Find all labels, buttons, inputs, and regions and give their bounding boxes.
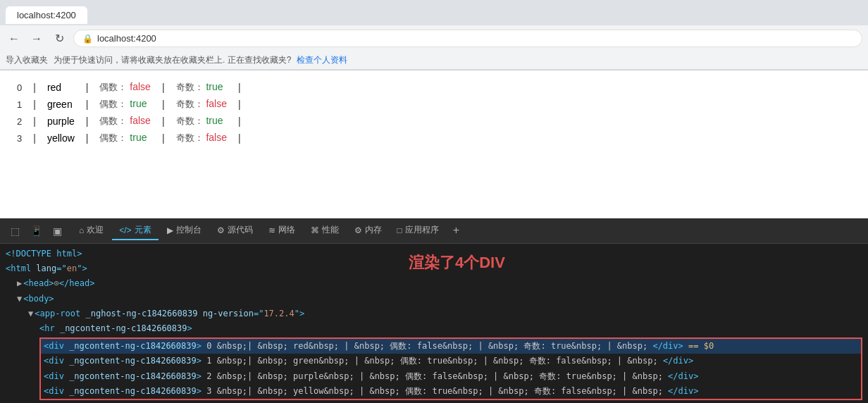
html-div-row-3[interactable]: <div _ngcontent-ng-c1842660839> 3 &nbsp;… — [41, 384, 861, 399]
bookmark-hint-text: 为便于快速访问，请将收藏夹放在收藏夹栏上. 正在查找收藏夹? — [54, 54, 291, 66]
html-line: ▼<body> — [17, 292, 862, 306]
even-label: 偶数： false — [94, 113, 156, 130]
row-index: 3 — [11, 130, 27, 147]
table-row: 1 | green | 偶数： true | 奇数： false | — [11, 96, 247, 113]
html-line: ▼<app-root _nghost-ng-c1842660839 ng-ver… — [28, 306, 862, 321]
table-row: 3 | yellow | 偶数： true | 奇数： false | — [11, 130, 247, 147]
color-name: yellow — [42, 130, 80, 147]
url-text: localhost:4200 — [97, 33, 156, 44]
html-line: ▶<head>⊙</head> — [17, 276, 862, 291]
annotation-text: 渲染了4个DIV — [409, 252, 505, 273]
performance-icon: ⌘ — [311, 225, 319, 235]
tab-console[interactable]: ▶ 控制台 — [160, 221, 209, 240]
tab-performance[interactable]: ⌘ 性能 — [304, 221, 346, 240]
color-table: 0 | red | 偶数： false | 奇数： true | 1 | gre… — [11, 79, 247, 147]
elements-icon: </> — [119, 225, 131, 235]
add-tab-button[interactable]: + — [447, 221, 465, 240]
bookmark-import: 导入收藏夹 — [6, 54, 48, 66]
row-index: 0 — [11, 79, 27, 96]
memory-icon: ⚙ — [354, 225, 362, 235]
sources-icon: ⚙ — [217, 225, 225, 235]
odd-label: 奇数： false — [170, 130, 232, 147]
tab-welcome[interactable]: ⌂ 欢迎 — [72, 221, 111, 240]
even-label: 偶数： true — [94, 96, 156, 113]
devtools-tab-bar: ⬚ 📱 ▣ ⌂ 欢迎 </> 元素 ▶ 控制台 ⚙ — [0, 218, 868, 244]
even-label: 偶数： false — [94, 79, 156, 96]
color-name: green — [42, 96, 80, 113]
table-row: 2 | purple | 偶数： false | 奇数： true | — [11, 113, 247, 130]
odd-label: 奇数： true — [170, 113, 232, 130]
devtools-panel: ⬚ 📱 ▣ ⌂ 欢迎 </> 元素 ▶ 控制台 ⚙ — [0, 218, 868, 403]
tab-application[interactable]: □ 应用程序 — [390, 221, 446, 240]
html-div-row-1[interactable]: <div _ngcontent-ng-c1842660839> 1 &nbsp;… — [41, 354, 861, 368]
devtools-inspect-icon[interactable]: ⬚ — [6, 222, 24, 240]
tab-elements[interactable]: </> 元素 — [112, 221, 158, 240]
security-icon: 🔒 — [82, 34, 93, 44]
html-div-row-0[interactable]: <div _ngcontent-ng-c1842660839> 0 &nbsp;… — [41, 339, 861, 354]
row-index: 2 — [11, 113, 27, 130]
bookmark-link[interactable]: 检查个人资料 — [297, 54, 347, 66]
address-bar[interactable]: 🔒 localhost:4200 — [73, 30, 862, 47]
html-line: <hr _ngcontent-ng-c1842660839> — [39, 321, 862, 336]
bookmark-bar: 导入收藏夹 为便于快速访问，请将收藏夹放在收藏夹栏上. 正在查找收藏夹? 检查个… — [0, 51, 868, 70]
highlighted-div-block: <div _ngcontent-ng-c1842660839> 0 &nbsp;… — [39, 337, 862, 400]
tab-memory[interactable]: ⚙ 内存 — [347, 221, 389, 240]
odd-label: 奇数： false — [170, 96, 232, 113]
tab-network[interactable]: ≋ 网络 — [261, 221, 302, 240]
reload-button[interactable]: ↻ — [51, 30, 68, 47]
application-icon: □ — [397, 225, 402, 235]
devtools-mobile-icon[interactable]: 📱 — [27, 222, 45, 240]
html-div-row-2[interactable]: <div _ngcontent-ng-c1842660839> 2 &nbsp;… — [41, 369, 861, 384]
page-content: 0 | red | 偶数： false | 奇数： true | 1 | gre… — [0, 70, 868, 218]
row-index: 1 — [11, 96, 27, 113]
devtools-layers-icon[interactable]: ▣ — [48, 222, 66, 240]
color-name: purple — [42, 113, 80, 130]
welcome-icon: ⌂ — [79, 225, 84, 235]
table-row: 0 | red | 偶数： false | 奇数： true | — [11, 79, 247, 96]
network-icon: ≋ — [268, 225, 275, 235]
color-name: red — [42, 79, 80, 96]
back-button[interactable]: ← — [6, 30, 23, 47]
even-label: 偶数： true — [94, 130, 156, 147]
tab-sources[interactable]: ⚙ 源代码 — [210, 221, 260, 240]
tab-title: localhost:4200 — [17, 10, 76, 20]
browser-tab[interactable]: localhost:4200 — [6, 6, 87, 24]
odd-label: 奇数： true — [170, 79, 232, 96]
console-icon: ▶ — [167, 225, 173, 235]
forward-button[interactable]: → — [28, 30, 45, 47]
